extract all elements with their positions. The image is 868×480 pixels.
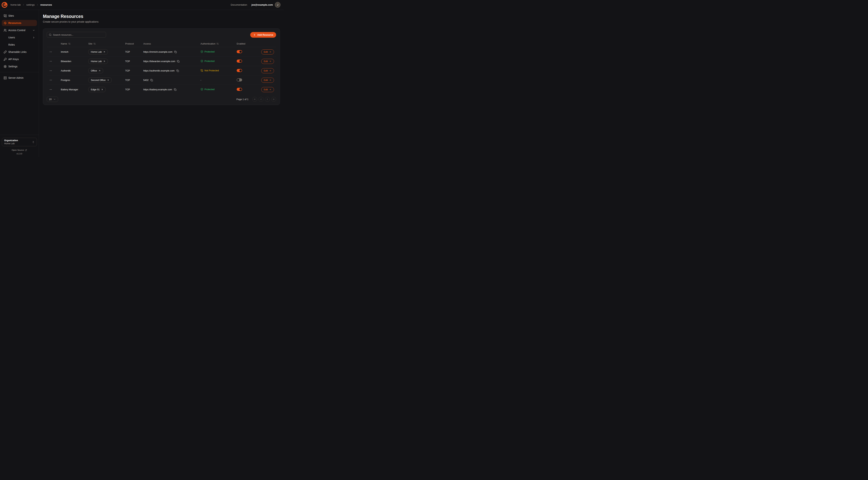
gear-icon <box>4 65 7 68</box>
enabled-toggle[interactable] <box>237 69 242 72</box>
site-name: Home Lab <box>91 60 102 63</box>
row-actions-button[interactable] <box>49 78 53 82</box>
copy-button[interactable] <box>150 79 153 82</box>
last-page-button[interactable] <box>271 97 276 102</box>
previous-page-button[interactable] <box>258 97 264 102</box>
arrow-right-icon <box>269 60 272 62</box>
site-link-button[interactable]: Second Office <box>88 78 112 83</box>
enabled-toggle[interactable] <box>237 79 242 82</box>
column-header-name[interactable]: Name <box>55 42 83 45</box>
enabled-toggle[interactable] <box>237 50 242 53</box>
sidebar-item-settings[interactable]: Settings <box>2 63 37 69</box>
edit-button[interactable]: Edit <box>261 87 274 92</box>
copy-icon <box>177 69 179 72</box>
copy-button[interactable] <box>174 51 177 53</box>
sidebar-item-roles[interactable]: Roles <box>2 41 37 48</box>
access-url: https://battery.example.com <box>143 88 172 91</box>
column-header-enabled: Enabled <box>231 42 256 45</box>
chevron-down-icon <box>53 98 56 100</box>
column-header-authentication[interactable]: Authentication <box>195 42 231 45</box>
arrow-up-right-icon <box>101 89 103 91</box>
chevron-right-icon <box>266 98 269 100</box>
next-page-button[interactable] <box>265 97 270 102</box>
sort-icon <box>93 42 96 45</box>
page-size-value: 20 <box>49 98 52 101</box>
copy-button[interactable] <box>174 88 177 91</box>
sidebar-item-server-admin[interactable]: Server Admin <box>2 75 37 81</box>
enabled-toggle[interactable] <box>237 60 242 63</box>
row-actions-button[interactable] <box>49 50 53 54</box>
edit-button[interactable]: Edit <box>261 50 274 55</box>
auth-badge: - <box>200 79 201 82</box>
row-actions-button[interactable] <box>49 69 53 73</box>
documentation-link[interactable]: Documentation <box>231 3 247 6</box>
sidebar-item-users[interactable]: Users <box>2 34 37 40</box>
access-url: https://authentik.example.com <box>143 69 175 72</box>
auth-status-text: Not Protected <box>205 69 219 72</box>
table-header: Name Site Protocol Access Authenticati <box>47 40 276 47</box>
breadcrumb: home-lab settings resources <box>10 3 52 6</box>
copy-icon <box>174 88 177 91</box>
sidebar-divider <box>0 135 39 135</box>
chevrons-left-icon <box>253 98 256 100</box>
site-link-button[interactable]: Office <box>88 68 103 73</box>
user-menu[interactable]: joe@example.com J <box>251 2 280 8</box>
version-label: v1.3.0 <box>2 153 37 155</box>
arrow-up-right-icon <box>107 79 109 81</box>
copy-button[interactable] <box>177 69 179 72</box>
sidebar-item-resources[interactable]: Resources <box>2 20 37 26</box>
ellipsis-icon <box>50 79 52 82</box>
combine-icon <box>4 14 7 18</box>
resource-name: Postgres <box>55 79 83 82</box>
table-row: Battery Manager Edge 01 TCP https://batt… <box>47 85 276 94</box>
site-link-button[interactable]: Home Lab <box>88 59 108 64</box>
table-footer: 20 Page 1 of 1 <box>47 97 276 102</box>
site-name: Office <box>91 69 97 72</box>
edit-button[interactable]: Edit <box>261 68 274 73</box>
card-toolbar: Add Resource <box>47 32 276 38</box>
top-bar: home-lab settings resources Documentatio… <box>0 0 284 10</box>
breadcrumb-org[interactable]: home-lab <box>10 3 21 6</box>
row-actions-button[interactable] <box>49 59 53 63</box>
site-link-button[interactable]: Home Lab <box>88 49 108 55</box>
breadcrumb-settings[interactable]: settings <box>26 3 35 6</box>
sidebar-item-sites[interactable]: Sites <box>2 13 37 19</box>
search-input[interactable] <box>53 33 104 36</box>
shield-off-icon <box>200 69 203 72</box>
page-size-select[interactable]: 20 <box>47 97 58 102</box>
sidebar-item-access-control[interactable]: Access Control <box>2 27 37 33</box>
resource-name: Immich <box>55 51 83 53</box>
avatar[interactable]: J <box>275 2 280 8</box>
protocol-value: TCP <box>120 60 138 63</box>
protocol-value: TCP <box>120 79 138 82</box>
edit-label: Edit <box>264 69 268 72</box>
site-link-button[interactable]: Edge 01 <box>88 87 106 92</box>
sidebar-item-shareable-links[interactable]: Shareable Links <box>2 49 37 55</box>
pangolin-logo-icon[interactable] <box>1 2 8 8</box>
arrow-up-right-icon <box>103 60 105 62</box>
resource-name: Authentik <box>55 69 83 72</box>
enabled-toggle[interactable] <box>237 88 242 91</box>
site-name: Second Office <box>91 79 105 82</box>
sidebar-nav: Sites Resources Access Control <box>2 13 37 82</box>
edit-label: Edit <box>264 60 268 63</box>
auth-status-text: Protected <box>205 88 215 91</box>
sidebar-item-label: Settings <box>8 65 18 68</box>
sidebar-item-api-keys[interactable]: API Keys <box>2 56 37 62</box>
ellipsis-icon <box>50 51 52 53</box>
protocol-value: TCP <box>120 69 138 72</box>
first-page-button[interactable] <box>252 97 257 102</box>
main-content: Manage Resources Create secure proxies t… <box>39 10 284 157</box>
copy-button[interactable] <box>177 60 180 63</box>
open-source-link[interactable]: Open Source <box>2 149 37 151</box>
row-actions-button[interactable] <box>49 87 53 92</box>
sidebar-item-label: API Keys <box>8 58 19 61</box>
arrow-up-right-icon <box>98 70 101 72</box>
edit-button[interactable]: Edit <box>261 78 274 83</box>
organization-switcher[interactable]: Organization Home Lab <box>2 138 37 146</box>
column-header-site[interactable]: Site <box>83 42 120 45</box>
column-header-protocol: Protocol <box>120 42 138 45</box>
edit-button[interactable]: Edit <box>261 59 274 64</box>
external-link-icon <box>25 149 27 151</box>
add-resource-button[interactable]: Add Resource <box>250 32 276 38</box>
